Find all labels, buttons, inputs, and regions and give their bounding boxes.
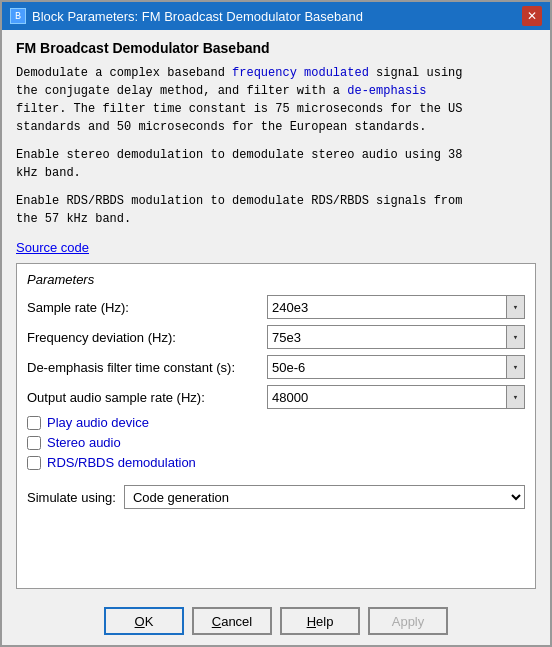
desc-stereo: Enable stereo demodulation to demodulate… [16, 146, 536, 182]
simulate-select[interactable]: Code generation Interpreted execution [124, 485, 525, 509]
button-bar: OK Cancel Help Apply [2, 597, 550, 645]
params-label: Parameters [27, 272, 525, 287]
freq-deviation-input-wrap: ▾ [267, 325, 525, 349]
audio-rate-label: Output audio sample rate (Hz): [27, 390, 267, 405]
desc-line10: the 57 kHz band. [16, 212, 131, 226]
desc-line2: the conjugate delay method, and filter w… [16, 84, 426, 98]
main-window: B Block Parameters: FM Broadcast Demodul… [0, 0, 552, 647]
stereo-audio-checkbox[interactable] [27, 436, 41, 450]
play-audio-label: Play audio device [47, 415, 149, 430]
desc-line3: filter. The filter time constant is 75 m… [16, 102, 462, 116]
cancel-underline: Cancel [212, 614, 252, 629]
rds-demod-checkbox[interactable] [27, 456, 41, 470]
apply-label: Apply [392, 614, 425, 629]
desc-line1: Demodulate a complex baseband frequency … [16, 66, 463, 80]
play-audio-checkbox[interactable] [27, 416, 41, 430]
window-icon-label: B [15, 11, 21, 22]
block-title: FM Broadcast Demodulator Baseband [16, 40, 536, 56]
desc-line6: Enable stereo demodulation to demodulate… [16, 148, 462, 162]
audio-rate-menu-btn[interactable]: ▾ [507, 385, 525, 409]
apply-button[interactable]: Apply [368, 607, 448, 635]
cancel-button[interactable]: Cancel [192, 607, 272, 635]
title-bar-left: B Block Parameters: FM Broadcast Demodul… [10, 8, 363, 24]
desc-line7: kHz band. [16, 166, 81, 180]
close-button[interactable]: ✕ [522, 6, 542, 26]
audio-rate-input-wrap: ▾ [267, 385, 525, 409]
deemphasis-label: De-emphasis filter time constant (s): [27, 360, 267, 375]
play-audio-row: Play audio device [27, 415, 525, 430]
stereo-audio-label: Stereo audio [47, 435, 121, 450]
freq-deviation-menu-btn[interactable]: ▾ [507, 325, 525, 349]
desc-line9: Enable RDS/RBDS modulation to demodulate… [16, 194, 462, 208]
freq-deviation-label: Frequency deviation (Hz): [27, 330, 267, 345]
main-content: FM Broadcast Demodulator Baseband Demodu… [2, 30, 550, 597]
sample-rate-input-wrap: ▾ [267, 295, 525, 319]
deemphasis-input-wrap: ▾ [267, 355, 525, 379]
audio-rate-input[interactable] [267, 385, 507, 409]
deemphasis-input[interactable] [267, 355, 507, 379]
help-button[interactable]: Help [280, 607, 360, 635]
rds-demod-label: RDS/RBDS demodulation [47, 455, 196, 470]
rds-demod-row: RDS/RBDS demodulation [27, 455, 525, 470]
sample-rate-menu-btn[interactable]: ▾ [507, 295, 525, 319]
deemphasis-row: De-emphasis filter time constant (s): ▾ [27, 355, 525, 379]
ok-underline: OK [135, 614, 154, 629]
deemphasis-menu-btn[interactable]: ▾ [507, 355, 525, 379]
window-icon: B [10, 8, 26, 24]
sample-rate-row: Sample rate (Hz): ▾ [27, 295, 525, 319]
help-underline: Help [307, 614, 334, 629]
desc-rds: Enable RDS/RBDS modulation to demodulate… [16, 192, 536, 228]
stereo-audio-row: Stereo audio [27, 435, 525, 450]
audio-rate-row: Output audio sample rate (Hz): ▾ [27, 385, 525, 409]
sample-rate-input[interactable] [267, 295, 507, 319]
title-bar: B Block Parameters: FM Broadcast Demodul… [2, 2, 550, 30]
source-code-link[interactable]: Source code [16, 240, 536, 255]
params-section: Parameters Sample rate (Hz): ▾ Frequency… [16, 263, 536, 589]
simulate-row: Simulate using: Code generation Interpre… [27, 485, 525, 509]
description-text: Demodulate a complex baseband frequency … [16, 64, 536, 136]
simulate-label: Simulate using: [27, 490, 116, 505]
ok-button[interactable]: OK [104, 607, 184, 635]
desc-line4: standards and 50 microseconds for the Eu… [16, 120, 426, 134]
freq-deviation-row: Frequency deviation (Hz): ▾ [27, 325, 525, 349]
sample-rate-label: Sample rate (Hz): [27, 300, 267, 315]
window-title: Block Parameters: FM Broadcast Demodulat… [32, 9, 363, 24]
freq-deviation-input[interactable] [267, 325, 507, 349]
